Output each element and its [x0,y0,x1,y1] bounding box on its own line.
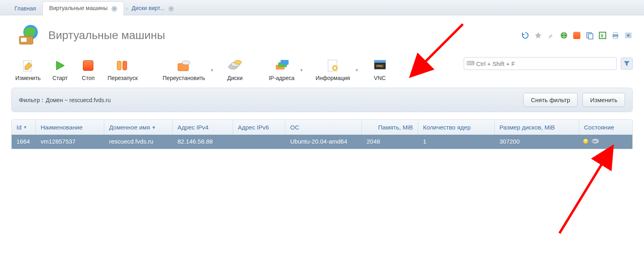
network-icon [275,59,289,72]
col-disk[interactable]: Размер дисков, MiB [495,120,579,135]
svg-text:X: X [601,33,604,38]
info-icon [326,59,340,72]
dropdown-icon[interactable]: ▼ [355,68,361,72]
pin-icon[interactable] [547,31,555,40]
iso-icon: ISO [591,138,599,146]
close-icon[interactable]: × [168,6,174,12]
table-header: Id▼ Наименование Доменное имя▼ Адрес IPv… [12,120,632,135]
start-button[interactable]: Старт [47,57,73,83]
refresh-icon[interactable] [521,31,530,40]
col-name[interactable]: Наименование [36,120,104,135]
svg-text:VNC: VNC [376,64,384,68]
edit-button[interactable]: Изменить [11,57,45,83]
search-input[interactable] [476,58,613,70]
settings-icon[interactable] [624,31,633,40]
filter-icon[interactable] [621,58,633,70]
svg-point-31 [584,139,587,142]
tab-disks[interactable]: Диски вирт... × [129,2,180,15]
cell-os: Ubuntu-20.04-amd64 [285,135,362,149]
svg-rect-10 [613,37,617,39]
table-row[interactable]: 1664 vm12857537 rescuecd.fvds.ru 82.146.… [12,135,632,149]
tabs-bar: Главная Виртуальные машины × › Диски вир… [0,0,644,15]
svg-point-17 [182,61,190,65]
cell-name: vm12857537 [36,135,104,149]
copy-icon[interactable] [585,31,594,40]
ips-button[interactable]: IP-адреса [265,57,299,83]
svg-rect-5 [588,34,593,39]
tab-home[interactable]: Главная [8,2,42,15]
cell-ipv6 [233,135,285,149]
chevron-right-icon: › [124,2,129,15]
svg-point-26 [334,67,336,69]
filter-value: Домен ~ rescuecd.fvds.ru [46,97,111,103]
restart-icon [116,59,130,72]
vnc-icon: VNC [373,59,387,72]
dropdown-icon[interactable]: ▼ [299,68,305,72]
svg-rect-2 [21,38,27,42]
close-icon[interactable]: × [111,6,117,12]
col-ipv4[interactable]: Адрес IPv4 [173,120,233,135]
sort-desc-icon: ▼ [23,125,27,129]
col-domain[interactable]: Доменное имя▼ [104,120,173,135]
clear-filter-button[interactable]: Снять фильтр [523,93,578,107]
restart-button[interactable]: Перезапуск [103,57,142,83]
filter-bar: Фильтр : Домен ~ rescuecd.fvds.ru Снять … [11,88,633,112]
svg-rect-28 [374,60,386,63]
bulb-icon [582,138,589,146]
reinstall-icon [177,59,191,72]
stop-button[interactable]: Стоп [75,57,101,83]
stop-icon [81,59,95,72]
toolbar: Изменить Старт Стоп Перезапуск Переустан… [0,52,644,85]
reinstall-button[interactable]: Переустановить [159,57,209,83]
play-icon [53,59,67,72]
stop-square-icon[interactable] [572,31,581,40]
cell-id: 1664 [12,135,36,149]
disks-button[interactable]: Диски [222,57,248,83]
col-os[interactable]: ОС [285,120,362,135]
cell-disk: 307200 [495,135,579,149]
cell-mem: 2048 [362,135,418,149]
star-icon[interactable] [534,31,543,40]
svg-rect-15 [123,61,127,70]
dropdown-icon[interactable]: ▼ [210,68,216,72]
filter-active-icon: ▼ [152,125,156,130]
page-icon [16,23,42,48]
col-state[interactable]: Состояние [579,120,632,135]
svg-point-20 [234,60,242,64]
search-input-wrap [464,57,617,70]
edit-icon [21,59,35,72]
page-title: Виртуальные машины [48,29,165,42]
svg-rect-14 [117,61,121,70]
svg-rect-9 [613,33,617,35]
col-cores[interactable]: Количество ядер [418,120,495,135]
tab-vms[interactable]: Виртуальные машины × [42,1,124,15]
filter-label: Фильтр : [19,97,43,103]
print-icon[interactable] [611,31,620,40]
col-id[interactable]: Id▼ [12,120,36,135]
svg-text:ISO: ISO [592,140,598,143]
cell-domain: rescuecd.fvds.ru [104,135,173,149]
globe-icon[interactable] [559,31,568,40]
info-button[interactable]: Информация [312,57,354,83]
top-actions: X [521,31,633,40]
page-header: Виртуальные машины X [0,15,644,52]
svg-point-12 [627,34,630,37]
vnc-button[interactable]: VNC VNC [367,57,393,83]
edit-filter-button[interactable]: Изменить [582,93,625,107]
svg-rect-23 [281,60,289,65]
excel-icon[interactable]: X [598,31,607,40]
col-mem[interactable]: Память, MiB [362,120,418,135]
disks-icon [228,59,242,72]
cell-ipv4: 82.146.58.88 [173,135,233,149]
cell-state: ISO [579,135,632,149]
vm-table: Id▼ Наименование Доменное имя▼ Адрес IPv… [11,119,633,149]
cell-cores: 1 [418,135,495,149]
col-ipv6[interactable]: Адрес IPv6 [233,120,285,135]
